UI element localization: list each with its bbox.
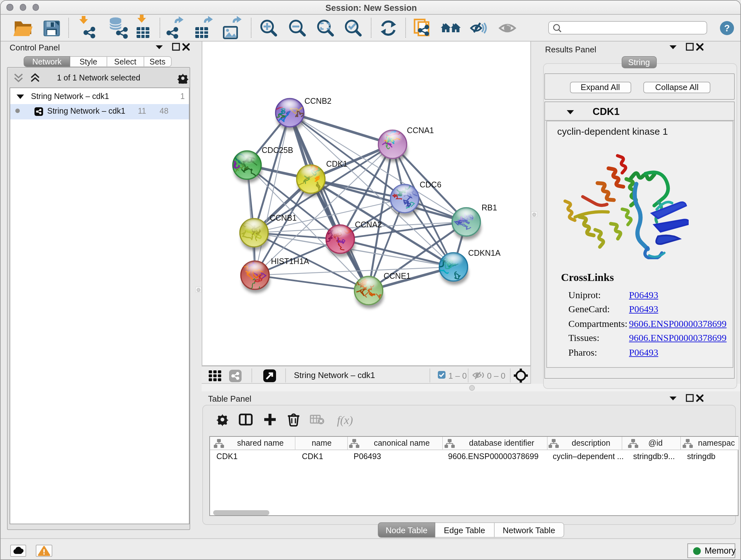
svg-text:CCNB1: CCNB1 xyxy=(269,213,296,222)
svg-text:CCNA2: CCNA2 xyxy=(354,220,382,229)
svg-text:CDK1: CDK1 xyxy=(326,159,347,168)
svg-text:CDC25B: CDC25B xyxy=(261,145,293,154)
svg-text:f(x): f(x) xyxy=(337,414,353,427)
svg-text:CCNB2: CCNB2 xyxy=(304,96,331,105)
svg-text:CDKN1A: CDKN1A xyxy=(468,248,500,257)
svg-text:HIST1H1A: HIST1H1A xyxy=(271,256,309,265)
svg-text:CDC6: CDC6 xyxy=(419,180,441,189)
svg-text:CCNE1: CCNE1 xyxy=(383,271,410,280)
svg-text:RB1: RB1 xyxy=(481,203,497,212)
svg-text:CCNA1: CCNA1 xyxy=(407,125,434,134)
